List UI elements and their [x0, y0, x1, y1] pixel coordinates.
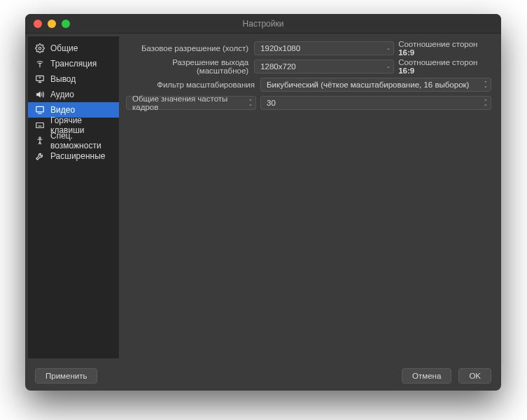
- apply-button[interactable]: Применить: [35, 368, 97, 384]
- base-aspect-text: Соотношение сторон 16:9: [398, 40, 491, 57]
- filter-value: Бикубический (чёткое масштабирование, 16…: [267, 80, 469, 89]
- sidebar-item-label: Аудио: [50, 90, 74, 99]
- base-resolution-value: 1920x1080: [260, 44, 300, 52]
- ok-button[interactable]: OK: [458, 368, 491, 384]
- svg-marker-3: [36, 92, 40, 97]
- filter-label: Фильтр масштабирования: [126, 80, 256, 89]
- sidebar-item-output[interactable]: Вывод: [28, 71, 119, 87]
- output-icon: [35, 74, 45, 84]
- output-resolution-combo[interactable]: 1280x720 ⌄: [254, 59, 394, 74]
- sidebar-item-stream[interactable]: Трансляция: [28, 56, 119, 71]
- chevron-updown-icon: ⌃⌄: [484, 82, 488, 88]
- sidebar-item-label: Видео: [50, 105, 75, 115]
- chevron-down-icon: ⌄: [386, 47, 391, 50]
- output-resolution-value: 1280x720: [260, 62, 296, 71]
- svg-point-0: [38, 47, 41, 50]
- titlebar: Настройки: [25, 14, 501, 34]
- sidebar: Общие Трансляция Вывод Аудио: [28, 36, 119, 358]
- sidebar-item-accessibility[interactable]: Спец. возможности: [28, 133, 119, 148]
- sidebar-item-label: Спец. возможности: [50, 131, 112, 150]
- chevron-updown-icon: ⌃⌄: [484, 100, 488, 106]
- sidebar-item-label: Расширенные: [50, 151, 106, 161]
- keyboard-icon: [35, 120, 45, 130]
- base-resolution-combo[interactable]: 1920x1080 ⌄: [254, 41, 394, 55]
- sidebar-item-label: Вывод: [50, 74, 76, 84]
- row-base-resolution: Базовое разрешение (холст) 1920x1080 ⌄ С…: [126, 41, 491, 56]
- footer: Применить Отмена OK: [25, 361, 501, 391]
- sidebar-item-audio[interactable]: Аудио: [28, 87, 119, 102]
- row-scaling-filter: Фильтр масштабирования Бикубический (чёт…: [126, 77, 491, 92]
- base-resolution-label: Базовое разрешение (холст): [126, 44, 250, 52]
- output-aspect-text: Соотношение сторон 16:9: [398, 58, 491, 75]
- fps-mode-spin[interactable]: Общие значения частоты кадров ⌃⌄: [126, 96, 256, 110]
- window-body: Общие Трансляция Вывод Аудио: [25, 34, 501, 361]
- main-panel: Базовое разрешение (холст) 1920x1080 ⌄ С…: [119, 34, 501, 361]
- chevron-down-icon: ⌄: [386, 65, 391, 68]
- tools-icon: [35, 151, 45, 161]
- svg-point-11: [39, 137, 41, 139]
- sidebar-item-general[interactable]: Общие: [28, 41, 119, 56]
- sidebar-item-label: Трансляция: [50, 59, 97, 69]
- gear-icon: [35, 43, 45, 53]
- sidebar-item-label: Общие: [50, 43, 78, 53]
- settings-window: Настройки Общие Трансляция Вывод: [25, 14, 501, 391]
- antenna-icon: [35, 59, 45, 69]
- monitor-icon: [35, 105, 45, 115]
- output-resolution-label: Разрешение выхода (масштабное): [126, 58, 250, 75]
- row-fps: Общие значения частоты кадров ⌃⌄ 30 ⌃⌄: [126, 95, 491, 111]
- filter-combo[interactable]: Бикубический (чёткое масштабирование, 16…: [260, 78, 491, 92]
- fps-value: 30: [267, 99, 276, 107]
- cancel-button[interactable]: Отмена: [402, 368, 451, 384]
- fps-mode-label: Общие значения частоты кадров: [132, 94, 241, 111]
- close-icon[interactable]: [34, 20, 42, 28]
- accessibility-icon: [35, 136, 45, 146]
- maximize-icon[interactable]: [62, 20, 70, 28]
- chevron-updown-icon: ⌃⌄: [248, 100, 253, 106]
- speaker-icon: [35, 90, 45, 99]
- sidebar-item-advanced[interactable]: Расширенные: [28, 148, 119, 164]
- window-title: Настройки: [25, 19, 501, 29]
- row-output-resolution: Разрешение выхода (масштабное) 1280x720 …: [126, 59, 491, 74]
- svg-rect-4: [36, 106, 44, 112]
- window-controls: [25, 20, 70, 28]
- fps-value-combo[interactable]: 30 ⌃⌄: [260, 96, 491, 110]
- minimize-icon[interactable]: [48, 20, 56, 28]
- svg-rect-2: [36, 76, 44, 80]
- svg-rect-6: [36, 123, 44, 128]
